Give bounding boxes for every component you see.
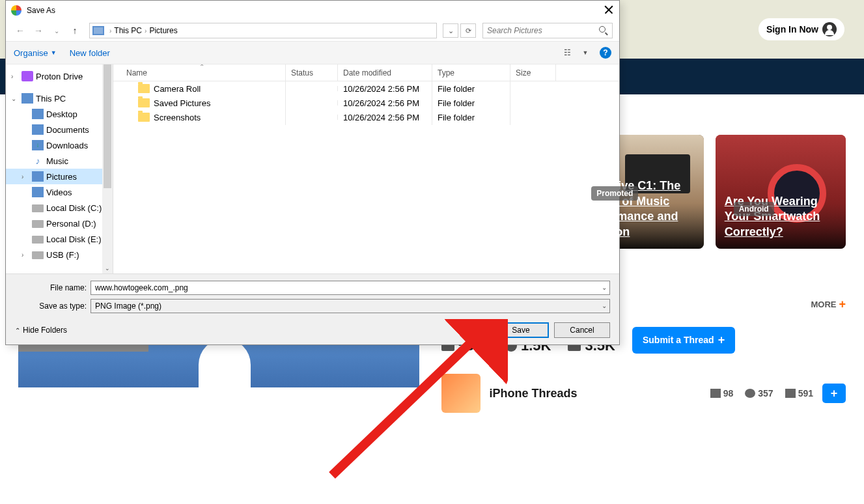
view-options-icon[interactable]: ☷ bbox=[558, 45, 576, 61]
sign-in-button[interactable]: Sign In Now bbox=[759, 18, 844, 40]
tree-item-pictures[interactable]: ›Pictures bbox=[6, 169, 113, 184]
save-button[interactable]: Save bbox=[493, 322, 549, 338]
disk-icon bbox=[32, 220, 44, 228]
promoted-badge: Promoted bbox=[591, 186, 638, 201]
desktop-icon bbox=[32, 109, 44, 119]
bottom-panel: File name: ⌄ Save as type: PNG Image (*.… bbox=[6, 273, 619, 344]
breadcrumb[interactable]: › This PC › Pictures bbox=[89, 23, 437, 38]
file-name-field[interactable] bbox=[95, 283, 606, 292]
chevron-right-icon: › bbox=[109, 27, 111, 35]
views-icon bbox=[710, 389, 721, 398]
tree-item-this-pc[interactable]: ⌄This PC bbox=[6, 91, 113, 106]
file-name-label: File name: bbox=[15, 283, 91, 292]
breadcrumb-folder[interactable]: Pictures bbox=[149, 26, 177, 35]
proton-icon bbox=[21, 71, 33, 81]
more-link[interactable]: MORE + bbox=[811, 298, 846, 311]
search-field[interactable] bbox=[487, 26, 599, 35]
users-icon bbox=[745, 389, 755, 398]
expand-icon[interactable]: › bbox=[21, 251, 29, 259]
tree-item-disk-f[interactable]: ›USB (F:) bbox=[6, 247, 113, 262]
tree-item-proton[interactable]: ›Proton Drive bbox=[6, 68, 113, 84]
folder-icon bbox=[138, 98, 150, 107]
documents-icon bbox=[32, 124, 44, 135]
disk-icon bbox=[32, 204, 44, 212]
meta-views: 98 bbox=[710, 388, 734, 399]
tree-item-downloads[interactable]: Downloads bbox=[6, 137, 113, 153]
videos-icon bbox=[32, 187, 44, 197]
column-headers: ⌃Name Status Date modified Type Size bbox=[113, 64, 619, 81]
tree-item-videos[interactable]: Videos bbox=[6, 184, 113, 200]
column-type[interactable]: Type bbox=[432, 64, 510, 81]
scrollbar-thumb[interactable] bbox=[104, 64, 111, 188]
hide-folders-toggle[interactable]: ⌃ Hide Folders bbox=[15, 326, 67, 335]
scrollbar[interactable]: ⌄ bbox=[102, 64, 113, 273]
recent-dropdown-icon[interactable]: ⌄ bbox=[49, 23, 64, 38]
search-input[interactable] bbox=[482, 23, 613, 38]
thread-item[interactable]: iPhone Threads 98 357 591 + bbox=[441, 374, 846, 419]
chevron-down-icon[interactable]: ⌄ bbox=[602, 284, 607, 291]
nav-row: ← → ⌄ ↑ › This PC › Pictures ⌄ ⟳ bbox=[6, 20, 619, 41]
meta-comments: 591 bbox=[785, 388, 813, 399]
downloads-icon bbox=[32, 140, 44, 150]
collapse-icon[interactable]: ⌄ bbox=[11, 95, 19, 102]
help-icon[interactable]: ? bbox=[600, 47, 611, 59]
folder-icon bbox=[138, 84, 150, 93]
up-arrow-icon[interactable]: ↑ bbox=[67, 23, 83, 38]
forward-arrow-icon[interactable]: → bbox=[31, 23, 46, 38]
submit-thread-button[interactable]: Submit a Thread + bbox=[632, 327, 735, 354]
titlebar: Save As bbox=[6, 1, 619, 20]
list-item[interactable]: Camera Roll 10/26/2024 2:56 PM File fold… bbox=[113, 81, 619, 96]
save-type-label: Save as type: bbox=[15, 301, 91, 311]
search-icon[interactable] bbox=[599, 26, 608, 35]
chevron-up-icon: ⌃ bbox=[15, 327, 20, 334]
list-item[interactable]: Saved Pictures 10/26/2024 2:56 PM File f… bbox=[113, 96, 619, 110]
file-rows: Camera Roll 10/26/2024 2:56 PM File fold… bbox=[113, 81, 619, 124]
tree-item-desktop[interactable]: Desktop bbox=[6, 106, 113, 122]
file-name-input[interactable]: ⌄ bbox=[91, 281, 610, 295]
sign-in-label: Sign In Now bbox=[766, 24, 818, 35]
column-date[interactable]: Date modified bbox=[338, 64, 432, 81]
comments-icon bbox=[785, 389, 796, 398]
scroll-down-icon[interactable]: ⌄ bbox=[102, 263, 113, 273]
tree-item-documents[interactable]: Documents bbox=[6, 122, 113, 137]
column-size[interactable]: Size bbox=[510, 64, 556, 81]
column-status[interactable]: Status bbox=[286, 64, 338, 81]
file-list: ⌃Name Status Date modified Type Size Cam… bbox=[113, 64, 619, 273]
disk-icon bbox=[32, 236, 44, 244]
expand-icon[interactable]: › bbox=[11, 73, 19, 80]
column-name[interactable]: ⌃Name bbox=[113, 64, 286, 81]
chevron-down-icon: ▼ bbox=[51, 49, 57, 56]
plus-icon: + bbox=[718, 333, 725, 347]
pictures-icon bbox=[32, 171, 44, 182]
breadcrumb-root[interactable]: This PC bbox=[114, 26, 142, 35]
close-icon[interactable] bbox=[604, 5, 614, 15]
sort-icon: ⌃ bbox=[199, 64, 204, 70]
disk-icon bbox=[32, 251, 44, 259]
folder-icon bbox=[138, 113, 150, 122]
chevron-down-icon[interactable]: ⌄ bbox=[602, 302, 607, 309]
back-arrow-icon[interactable]: ← bbox=[12, 23, 28, 38]
tree-item-music[interactable]: ♪Music bbox=[6, 153, 113, 169]
list-item[interactable]: Screenshots 10/26/2024 2:56 PM File fold… bbox=[113, 110, 619, 124]
expand-icon[interactable]: › bbox=[21, 173, 29, 180]
dialog-title: Save As bbox=[27, 6, 55, 15]
chrome-icon bbox=[11, 5, 21, 16]
organise-menu[interactable]: Organise ▼ bbox=[14, 48, 57, 58]
meta-users: 357 bbox=[745, 388, 773, 399]
tree-item-disk-c[interactable]: Local Disk (C:) bbox=[6, 200, 113, 216]
tree-item-disk-e[interactable]: Local Disk (E:) bbox=[6, 231, 113, 247]
save-as-dialog: Save As ← → ⌄ ↑ › This PC › Pictures ⌄ ⟳… bbox=[5, 0, 620, 345]
new-folder-button[interactable]: New folder bbox=[70, 48, 110, 58]
tree-item-disk-d[interactable]: Personal (D:) bbox=[6, 216, 113, 231]
cancel-button[interactable]: Cancel bbox=[554, 322, 610, 338]
view-dropdown-icon[interactable]: ▼ bbox=[576, 45, 594, 61]
breadcrumb-dropdown-icon[interactable]: ⌄ bbox=[443, 23, 458, 38]
article-card-smartwatch[interactable]: Android Are You Wearing Your Smartwatch … bbox=[716, 135, 846, 249]
toolbar: Organise ▼ New folder ☷ ▼ ? bbox=[6, 41, 619, 64]
new-thread-button[interactable]: + bbox=[822, 384, 846, 403]
thread-title: iPhone Threads bbox=[490, 387, 578, 400]
pc-icon bbox=[21, 93, 33, 104]
avatar-icon bbox=[822, 22, 837, 36]
refresh-icon[interactable]: ⟳ bbox=[460, 23, 476, 38]
save-type-select[interactable]: PNG Image (*.png) ⌄ bbox=[91, 299, 610, 313]
